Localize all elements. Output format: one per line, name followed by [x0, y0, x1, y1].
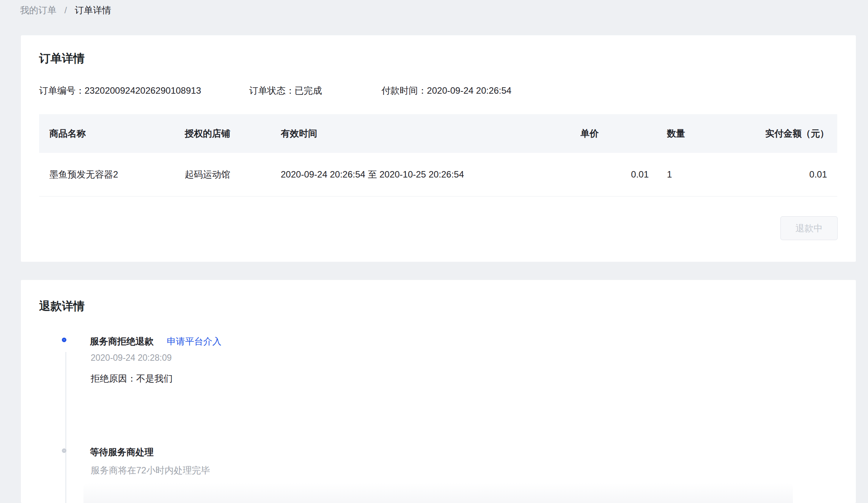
breadcrumb-separator: /	[64, 5, 67, 15]
header-valid-period: 有效时间	[270, 114, 580, 153]
order-status-value: 已完成	[295, 85, 322, 96]
timeline-node-pending-icon	[62, 448, 66, 453]
breadcrumb-my-orders[interactable]: 我的订单	[20, 5, 57, 15]
header-paid-amount: 实付金额（元）	[755, 114, 837, 153]
timeline-connector-line	[65, 352, 66, 503]
table-header-row: 商品名称 授权的店铺 有效时间 单价 数量 实付金额（元）	[39, 114, 837, 153]
cell-quantity: 1	[649, 153, 755, 196]
pay-time: 付款时间：2020-09-24 20:26:54	[381, 85, 511, 97]
header-unit-price: 单价	[580, 114, 649, 153]
timeline-rejected-time: 2020-09-24 20:28:09	[91, 352, 172, 363]
cell-product-name: 墨鱼预发无容器2	[39, 153, 175, 196]
cell-authorized-shop: 起码运动馆	[175, 153, 270, 196]
timeline-node-active-icon	[62, 338, 66, 342]
header-authorized-shop: 授权的店铺	[175, 114, 270, 153]
timeline-reject-reason: 拒绝原因：不是我们	[91, 373, 173, 385]
cell-unit-price: 0.01	[580, 153, 649, 196]
breadcrumb: 我的订单 / 订单详情	[20, 4, 111, 16]
cell-valid-period: 2020-09-24 20:26:54 至 2020-10-25 20:26:5…	[270, 153, 580, 196]
refund-detail-card: 退款详情 服务商拒绝退款 申请平台介入 2020-09-24 20:28:09 …	[21, 280, 856, 503]
refund-content-panel	[83, 483, 793, 503]
order-meta: 订单编号：23202009242026290108913 订单状态：已完成 付款…	[39, 85, 511, 97]
timeline-item-waiting: 等待服务商处理	[90, 446, 154, 458]
header-quantity: 数量	[649, 114, 755, 153]
order-detail-card: 订单详情 订单编号：23202009242026290108913 订单状态：已…	[21, 35, 856, 262]
timeline-item-rejected: 服务商拒绝退款 申请平台介入	[90, 335, 222, 347]
pay-time-label: 付款时间：	[381, 85, 427, 96]
table-row: 墨鱼预发无容器2 起码运动馆 2020-09-24 20:26:54 至 202…	[39, 153, 837, 196]
apply-platform-intervention-link[interactable]: 申请平台介入	[167, 336, 222, 346]
refund-card-title: 退款详情	[39, 299, 85, 313]
timeline-rejected-title: 服务商拒绝退款	[90, 336, 154, 346]
order-items-table: 商品名称 授权的店铺 有效时间 单价 数量 实付金额（元） 墨鱼预发无容器2 起…	[39, 114, 837, 196]
header-product-name: 商品名称	[39, 114, 175, 153]
order-number-value: 23202009242026290108913	[85, 85, 201, 96]
cell-paid-amount: 0.01	[755, 153, 837, 196]
order-card-title: 订单详情	[39, 51, 85, 66]
timeline-waiting-title: 等待服务商处理	[90, 447, 154, 457]
breadcrumb-order-detail: 订单详情	[75, 5, 111, 15]
order-status-label: 订单状态：	[249, 85, 295, 96]
order-detail-page: 我的订单 / 订单详情 订单详情 订单编号：232020092420262901…	[0, 0, 868, 503]
timeline-waiting-desc: 服务商将在72小时内处理完毕	[91, 464, 210, 476]
refund-in-progress-button[interactable]: 退款中	[780, 216, 838, 240]
order-number-label: 订单编号：	[39, 85, 85, 96]
pay-time-value: 2020-09-24 20:26:54	[427, 85, 511, 96]
order-number: 订单编号：23202009242026290108913	[39, 85, 201, 97]
order-status: 订单状态：已完成	[249, 85, 322, 97]
